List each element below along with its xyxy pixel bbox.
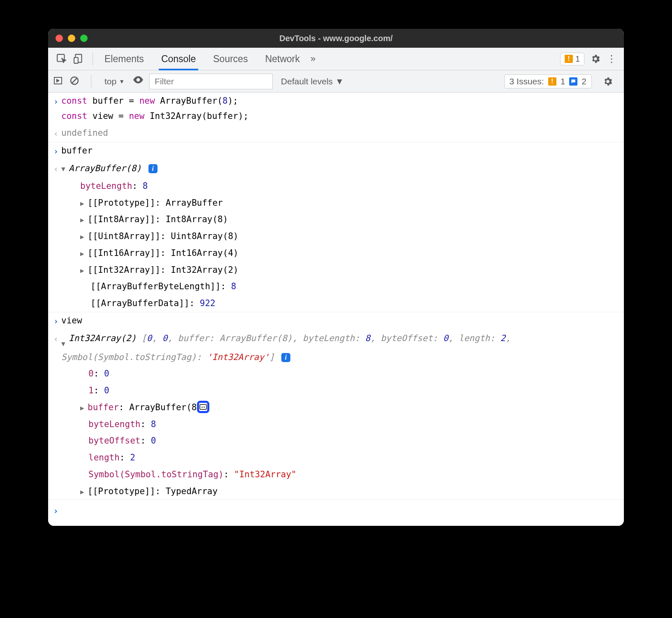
memory-inspector-icon[interactable] (197, 401, 209, 413)
issues-warn-count: 1 (561, 77, 565, 86)
settings-gear-icon[interactable] (590, 53, 601, 64)
object-property-row[interactable]: ▶[[Uint8Array]]: Uint8Array(8) (48, 228, 624, 245)
issue-badge[interactable]: ! 1 (560, 53, 584, 65)
input-marker-icon (51, 143, 61, 159)
object-property-row[interactable]: length: 2 (48, 449, 624, 466)
filter-input[interactable] (149, 74, 273, 89)
object-property-row[interactable]: byteOffset: 0 (48, 432, 624, 449)
issues-summary[interactable]: 3 Issues: ! 1 2 (504, 74, 592, 88)
triangle-right-icon[interactable]: ▶ (80, 198, 88, 209)
panel-tabs: Elements Console Sources Network (102, 48, 302, 70)
input-marker-icon (51, 313, 61, 329)
inspect-element-icon[interactable] (56, 53, 68, 65)
console-prompt[interactable]: › (48, 500, 624, 523)
triangle-right-icon[interactable]: ▶ (80, 402, 88, 414)
tab-console[interactable]: Console (159, 48, 198, 70)
tab-sources[interactable]: Sources (211, 48, 250, 70)
tab-elements[interactable]: Elements (102, 48, 146, 70)
console-output-row[interactable]: ▼Int32Array(2) [0, 0, buffer: ArrayBuffe… (48, 330, 624, 366)
close-window-button[interactable] (56, 35, 63, 42)
window-controls (56, 35, 88, 42)
triangle-right-icon[interactable]: ▶ (80, 265, 88, 276)
triangle-down-icon[interactable]: ▼ (61, 338, 69, 350)
triangle-right-icon[interactable]: ▶ (80, 486, 88, 498)
tab-network[interactable]: Network (263, 48, 302, 70)
devtools-window: DevTools - www.google.com/ Elements Cons… (48, 29, 624, 526)
more-menu-icon[interactable]: ⋮ (607, 53, 616, 65)
levels-label: Default levels (281, 77, 333, 86)
object-property-row[interactable]: 1: 0 (48, 382, 624, 399)
code-line: view (61, 313, 619, 329)
object-property-row[interactable]: byteLength: 8 (48, 416, 624, 433)
console-output: const buffer = new ArrayBuffer(8);const … (48, 93, 624, 526)
main-toolbar: Elements Console Sources Network » ! 1 ⋮ (48, 48, 624, 70)
output-marker-icon (51, 331, 61, 365)
info-icon[interactable]: i (148, 164, 158, 173)
live-expression-icon[interactable] (133, 76, 144, 87)
output-marker-icon (51, 161, 61, 177)
console-toolbar: top ▼ Default levels ▼ 3 Issues: ! 1 2 (48, 70, 624, 93)
object-header: ▼Int32Array(2) [0, 0, buffer: ArrayBuffe… (61, 331, 619, 365)
titlebar: DevTools - www.google.com/ (48, 29, 624, 48)
console-settings-gear-icon[interactable] (602, 76, 613, 87)
warning-icon: ! (548, 77, 556, 86)
object-property-row[interactable]: ▶[[Int8Array]]: Int8Array(8) (48, 211, 624, 228)
input-marker-icon (51, 93, 61, 124)
triangle-right-icon[interactable]: ▶ (80, 248, 88, 260)
toggle-sidebar-icon[interactable] (53, 76, 65, 87)
log-levels-selector[interactable]: Default levels ▼ (281, 77, 344, 86)
object-property-row[interactable]: ▶[[Prototype]]: TypedArray (48, 483, 624, 500)
issues-label: 3 Issues: (510, 77, 544, 86)
console-input-row[interactable]: buffer (48, 142, 624, 160)
issues-info-count: 2 (582, 77, 586, 86)
chevron-down-icon: ▼ (119, 78, 125, 85)
code-line: const buffer = new ArrayBuffer(8);const … (61, 93, 619, 124)
undefined-output: undefined (61, 125, 619, 142)
issue-count: 1 (575, 54, 580, 64)
more-tabs-icon[interactable]: » (311, 53, 315, 64)
divider (91, 75, 91, 88)
console-output-row: undefined (48, 125, 624, 143)
chevron-down-icon: ▼ (335, 77, 344, 86)
window-title: DevTools - www.google.com/ (279, 34, 393, 43)
warning-icon: ! (565, 55, 573, 63)
object-property-row[interactable]: ▶[[Int32Array]]: Int32Array(2) (48, 262, 624, 279)
console-output-row[interactable]: ▼ArrayBuffer(8) i (48, 160, 624, 178)
console-input-row[interactable]: const buffer = new ArrayBuffer(8);const … (48, 93, 624, 125)
triangle-down-icon[interactable]: ▼ (61, 163, 69, 175)
object-property-row[interactable]: ▶[[Int16Array]]: Int16Array(4) (48, 245, 624, 262)
object-property-row[interactable]: [[ArrayBufferByteLength]]: 8 (48, 278, 624, 295)
svg-rect-2 (74, 58, 78, 63)
object-property-row[interactable]: ▶buffer: ArrayBuffer(8 (48, 399, 624, 416)
info-icon (569, 77, 577, 86)
fullscreen-window-button[interactable] (80, 35, 88, 42)
object-property-row[interactable]: ▶[[Prototype]]: ArrayBuffer (48, 195, 624, 211)
object-property-row[interactable]: 0: 0 (48, 365, 624, 382)
object-property-row[interactable]: [[ArrayBufferData]]: 922 (48, 295, 624, 312)
triangle-right-icon[interactable]: ▶ (80, 214, 88, 226)
object-header: ▼ArrayBuffer(8) i (61, 161, 619, 177)
context-label: top (104, 77, 116, 86)
svg-line-5 (72, 78, 77, 83)
divider (93, 52, 93, 65)
info-icon[interactable]: i (281, 353, 290, 362)
code-line: buffer (61, 143, 619, 159)
context-selector[interactable]: top ▼ (101, 75, 128, 88)
output-marker-icon (51, 125, 61, 142)
triangle-right-icon[interactable]: ▶ (80, 231, 88, 243)
object-property-row[interactable]: Symbol(Symbol.toStringTag): "Int32Array" (48, 466, 624, 483)
minimize-window-button[interactable] (68, 35, 75, 42)
device-toolbar-icon[interactable] (73, 53, 85, 65)
clear-console-icon[interactable] (70, 76, 81, 87)
console-input-row[interactable]: view (48, 312, 624, 330)
object-property-row[interactable]: byteLength: 8 (48, 178, 624, 195)
